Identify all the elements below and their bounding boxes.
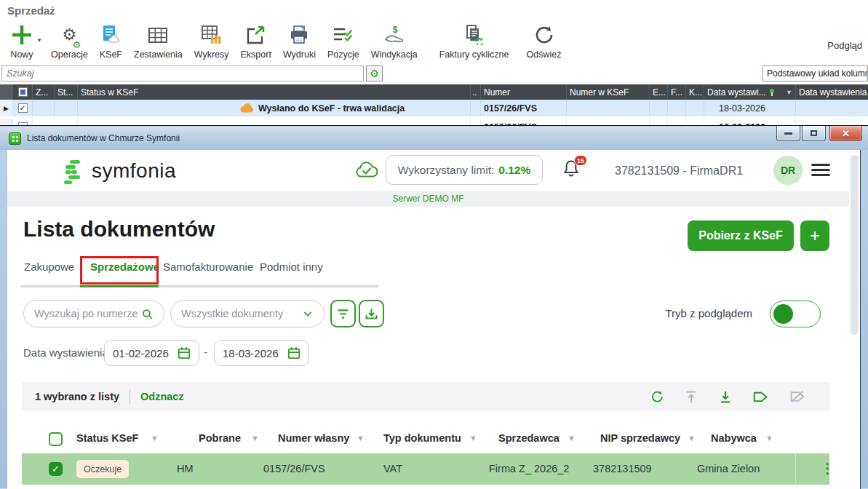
download-button[interactable] (359, 300, 384, 327)
col-numer-wlasny[interactable]: Numer własny (278, 432, 349, 444)
refresh-list-button[interactable] (650, 390, 664, 404)
col-numer[interactable]: Numer (481, 84, 567, 100)
toolbar-operations-button[interactable]: ⚙⚙ Operacje (45, 20, 94, 60)
col-typ-dokumentu[interactable]: Typ dokumentu (383, 432, 461, 444)
tab-zakupowe[interactable]: Zakupowe (24, 261, 74, 273)
toolbar: ▼ Nowy ⚙⚙ Operacje KSeF Zestawi (4, 20, 567, 60)
restore-button[interactable] (802, 126, 826, 141)
tag-button[interactable] (753, 391, 768, 403)
col-st[interactable]: St... (55, 84, 78, 100)
filter-button[interactable] (330, 300, 356, 327)
app-icon (9, 132, 21, 145)
cloud-pending-icon (239, 103, 253, 113)
close-button[interactable]: ✕ (829, 126, 862, 141)
column-layout-select[interactable]: Podstawowy układ kolumn (763, 65, 868, 82)
divider (130, 389, 130, 404)
preview-label[interactable]: Podgląd (827, 40, 862, 51)
sort-caret-icon[interactable]: ▼ (765, 434, 773, 442)
col-k[interactable]: K... (686, 84, 704, 100)
toolbar-recurring-invoices-button[interactable]: Faktury cykliczne (434, 20, 515, 60)
row-indicator: ▶ (0, 100, 13, 116)
sales-search-row: ⚙ Podstawowy układ kolumn (0, 65, 868, 83)
col-numer-ksef[interactable]: Numer w KSeF (567, 84, 650, 100)
date-from-field[interactable]: 01-02-2026 (104, 340, 199, 366)
window-title: Lista dokumentów w Chmurze Symfonii (27, 133, 180, 143)
download-list-button[interactable] (719, 390, 732, 404)
col-data-wystawienia2[interactable]: Data wystawienia... (796, 84, 868, 100)
calendar-icon (287, 346, 300, 359)
toolbar-debt-collection-button[interactable]: $ Windykacja (365, 20, 423, 60)
col-status-ksef[interactable]: Status KSeF (76, 432, 138, 444)
col-nabywca[interactable]: Nabywca (711, 432, 757, 444)
col-e[interactable]: E... (650, 84, 668, 100)
notifications-button[interactable]: 15 (562, 159, 583, 180)
sales-row-selected[interactable]: ▶ ✓ Wysłano do KSeF - trwa walidacja 015… (0, 100, 868, 116)
search-input[interactable] (1, 65, 364, 82)
status-cell: Wysłano do KSeF - trwa walidacja (78, 100, 471, 116)
document-row[interactable]: ✓ Oczekuje HM 0157/26/FVS VAT Firma Z_ 2… (22, 453, 829, 485)
minimize-button[interactable] (776, 126, 800, 141)
sort-caret-icon[interactable]: ▼ (251, 434, 259, 442)
sales-row-partial[interactable]: 0158/26/FVS 18-03-2026 (0, 116, 868, 125)
titlebar[interactable]: Lista dokumentów w Chmurze Symfonii (0, 127, 868, 150)
search-icon (141, 307, 154, 321)
number-search-field[interactable] (23, 300, 164, 327)
search-settings-button[interactable]: ⚙ (366, 65, 383, 82)
check-icon: ✓ (52, 464, 60, 474)
sort-caret-icon[interactable]: ▼ (688, 434, 696, 442)
col-z[interactable]: Z... (33, 84, 55, 100)
toolbar-reports-button[interactable]: Zestawienia (128, 20, 188, 60)
typ-dokumentu-cell: VAT (383, 463, 402, 474)
toolbar-items-button[interactable]: Pozycje (322, 20, 365, 60)
number-search-input[interactable] (34, 308, 141, 319)
toolbar-refresh-button[interactable]: Odśwież (521, 20, 568, 60)
usage-limit-box: Wykorzystany limit: 0.12% (386, 155, 543, 185)
menu-icon[interactable] (811, 164, 830, 177)
sort-caret-icon[interactable]: ▼ (151, 434, 159, 442)
toolbar-new-button[interactable]: ▼ Nowy (4, 20, 45, 60)
select-all-checkbox[interactable] (49, 432, 63, 446)
col-dots[interactable]: .. (471, 84, 481, 100)
document-type-select[interactable]: Wszystkie dokumenty (170, 300, 324, 327)
fetch-ksef-button[interactable]: Pobierz z KSeF (688, 220, 794, 251)
close-icon: ✕ (842, 128, 850, 139)
export-icon (246, 22, 266, 48)
upload-button[interactable] (685, 390, 698, 404)
col-f[interactable]: F... (668, 84, 686, 100)
deselect-button[interactable]: Odznacz (140, 391, 184, 402)
col-nip-sprzedawcy[interactable]: NIP sprzedawcy (600, 432, 680, 444)
list-checks-icon (333, 22, 353, 48)
scrollbar-thumb[interactable] (851, 155, 859, 335)
sort-caret-icon[interactable]: ▼ (357, 434, 365, 442)
preview-mode-label: Tryb z podglądem (665, 307, 752, 319)
minimize-icon (784, 132, 792, 135)
row-indicator-header (0, 84, 13, 100)
toolbar-export-button[interactable]: Eksport (235, 20, 277, 60)
document-cloud-icon (101, 22, 120, 48)
preview-mode-toggle[interactable] (770, 301, 821, 327)
company-id[interactable]: 3782131509 - FirmaDR1 (615, 164, 743, 178)
col-pobrane[interactable]: Pobrane (199, 432, 241, 444)
toolbar-ksef-button[interactable]: KSeF (94, 20, 128, 60)
col-data-wystawienia-sort[interactable]: Data wystawi...▼ (704, 84, 796, 100)
sort-caret-icon[interactable]: ▼ (469, 434, 477, 442)
tab-samofakturowanie[interactable]: Samofakturowanie (163, 261, 253, 273)
numer-cell: 0157/26/FVS (481, 100, 567, 116)
row-checkbox[interactable]: ✓ (13, 100, 33, 116)
sticky-column-divider (795, 453, 796, 485)
row-checkbox[interactable]: ✓ (49, 462, 63, 476)
col-status-ksef[interactable]: Status w KSeF (78, 84, 471, 100)
toolbar-charts-button[interactable]: Wykresy (188, 20, 235, 60)
col-sprzedawca[interactable]: Sprzedawca (498, 432, 560, 444)
select-all-checkbox[interactable] (13, 84, 33, 100)
date-to-field[interactable]: 18-03-2026 (214, 340, 309, 366)
sort-caret-icon[interactable]: ▼ (568, 434, 576, 442)
tag-off-button[interactable] (789, 390, 805, 403)
documents-table-header: Status KSeF▼ Pobrane▼ Numer własny▼ Typ … (22, 426, 829, 453)
avatar[interactable]: DR (773, 156, 803, 185)
add-document-button[interactable]: + (800, 220, 829, 251)
toolbar-prints-button[interactable]: Wydruki (277, 20, 322, 60)
sprzedawca-cell: Firma Z_ 2026_2 (489, 463, 569, 474)
row-menu-icon[interactable]: ⋮ (821, 459, 835, 479)
tab-podmiot-inny[interactable]: Podmiot inny (260, 261, 323, 273)
